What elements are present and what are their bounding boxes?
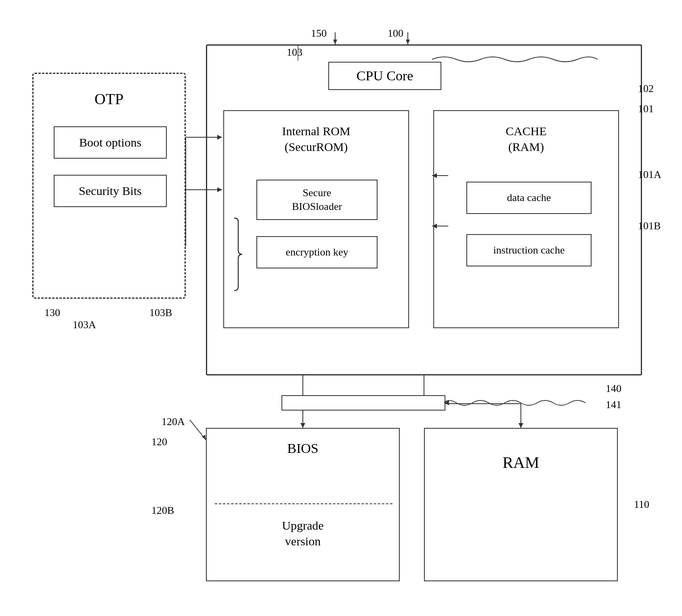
ref-120A: 120A xyxy=(162,416,185,428)
data-cache-box: data cache xyxy=(466,182,592,214)
svg-marker-3 xyxy=(406,40,410,44)
ref-110: 110 xyxy=(634,499,649,511)
svg-rect-21 xyxy=(282,396,445,410)
svg-marker-20 xyxy=(518,423,523,428)
ref-103: 103 xyxy=(287,46,302,59)
svg-marker-22 xyxy=(444,400,449,405)
ref-120B: 120B xyxy=(151,505,174,517)
ref-102: 102 xyxy=(638,83,654,95)
instruction-cache-label: instruction cache xyxy=(493,244,565,256)
encryption-key-box: encryption key xyxy=(256,236,378,268)
svg-marker-16 xyxy=(300,423,305,428)
soc-box: CPU Core Internal ROM (SecurROM) Secure … xyxy=(206,44,642,375)
data-cache-label: data cache xyxy=(507,192,551,204)
secure-biosloader-label: Secure BIOSloader xyxy=(292,186,342,214)
boot-options-label: Boot options xyxy=(79,136,141,149)
instruction-cache-box: instruction cache xyxy=(466,234,592,266)
ref-150: 150 xyxy=(311,27,327,40)
ref-140: 140 xyxy=(606,383,621,395)
internal-rom-title: Internal ROM (SecurROM) xyxy=(224,123,408,155)
svg-line-24 xyxy=(190,420,206,440)
cache-title: CACHE (RAM) xyxy=(434,123,618,155)
ref-101: 101 xyxy=(638,103,654,115)
ref-101A: 101A xyxy=(638,169,661,181)
ref-120: 120 xyxy=(151,436,167,448)
svg-marker-25 xyxy=(202,435,206,440)
otp-box: OTP Boot options Security Bits xyxy=(32,73,186,299)
ram-label: RAM xyxy=(425,453,617,472)
internal-rom-box: Internal ROM (SecurROM) Secure BIOSloade… xyxy=(223,110,409,328)
otp-label: OTP xyxy=(34,90,185,108)
cpu-core-label: CPU Core xyxy=(357,68,413,84)
security-bits-box: Security Bits xyxy=(54,175,167,207)
upgrade-version-label: Upgrade version xyxy=(207,518,399,549)
bios-label: BIOS xyxy=(207,441,399,456)
ref-141: 141 xyxy=(606,399,621,411)
ref-103B: 103B xyxy=(149,307,172,319)
cpu-core-box: CPU Core xyxy=(328,62,441,90)
secure-biosloader-box: Secure BIOSloader xyxy=(256,180,378,220)
ref-101B: 101B xyxy=(638,220,661,232)
bios-dashed-divider xyxy=(215,503,392,504)
svg-marker-1 xyxy=(333,40,337,44)
cache-box: CACHE (RAM) data cache instruction cache xyxy=(433,110,619,328)
security-bits-label: Security Bits xyxy=(79,184,142,198)
encryption-key-label: encryption key xyxy=(285,246,348,258)
ref-103A: 103A xyxy=(73,319,96,331)
boot-options-box: Boot options xyxy=(54,126,167,159)
ram-box: RAM xyxy=(424,428,618,581)
ref-100: 100 xyxy=(388,27,403,40)
ref-130: 130 xyxy=(44,307,60,319)
bios-box: BIOS Upgrade version xyxy=(206,428,400,581)
